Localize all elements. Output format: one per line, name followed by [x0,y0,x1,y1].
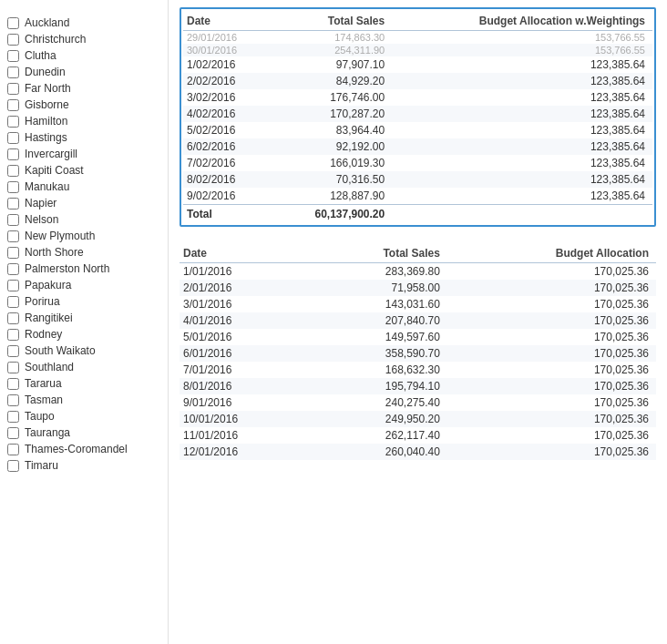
cell-budget: 123,385.64 [392,56,652,73]
cell-budget: 170,025.36 [447,411,656,427]
city-checkbox[interactable] [7,378,19,390]
city-checkbox[interactable] [7,34,19,46]
cell-budget: 123,385.64 [392,73,652,89]
city-checkbox[interactable] [7,296,19,308]
city-checkbox[interactable] [7,312,19,324]
city-label: Timaru [25,459,58,472]
bottom-col-sales: Total Sales [312,243,447,263]
city-item[interactable]: Kapiti Coast [7,162,160,179]
cell-date: 5/01/2016 [180,329,312,345]
city-checkbox[interactable] [7,263,19,275]
city-item[interactable]: Dunedin [7,64,160,80]
city-item[interactable]: Napier [7,195,160,211]
city-checkbox[interactable] [7,214,19,226]
city-checkbox[interactable] [7,345,19,357]
city-item[interactable]: Tararua [7,375,160,392]
city-checkbox[interactable] [7,230,19,242]
city-checkbox[interactable] [7,132,19,144]
city-checkbox[interactable] [7,362,19,373]
cell-sales: 262,117.40 [312,427,447,444]
cell-budget: 170,025.36 [447,362,656,378]
city-checkbox[interactable] [7,460,19,472]
cell-budget: 170,025.36 [447,345,656,362]
table-row: 12/01/2016 260,040.40 170,025.36 [180,444,656,460]
cell-sales: 176,746.00 [273,89,393,106]
left-panel: AucklandChristchurchCluthaDunedinFar Nor… [0,0,169,644]
cell-total-sales: 60,137,900.20 [273,205,393,224]
cell-total-label: Total [183,205,273,224]
city-item[interactable]: New Plymouth [7,228,160,244]
city-item[interactable]: Hamilton [7,113,160,129]
cell-sales: 149,597.60 [312,329,447,345]
cell-budget: 123,385.64 [392,188,652,205]
cell-sales: 97,907.10 [273,56,393,73]
table-row: 3/01/2016 143,031.60 170,025.36 [180,296,656,312]
cell-budget: 123,385.64 [392,89,652,106]
city-label: Thames-Coromandel [25,443,128,455]
city-label: Rangitikei [25,312,73,324]
cell-sales: 166,019.30 [273,155,393,171]
city-checkbox[interactable] [7,198,19,210]
cell-sales: 83,964.40 [273,122,393,138]
table-row: 6/01/2016 358,590.70 170,025.36 [180,345,656,362]
cell-date: 5/02/2016 [183,122,273,138]
city-label: Christchurch [25,33,86,46]
cell-date: 12/01/2016 [180,444,312,460]
city-item[interactable]: Papakura [7,277,160,293]
city-item[interactable]: Southland [7,359,160,375]
city-item[interactable]: North Shore [7,244,160,261]
city-checkbox[interactable] [7,427,19,439]
city-item[interactable]: Christchurch [7,31,160,47]
city-checkbox[interactable] [7,83,19,95]
cell-date: 2/01/2016 [180,280,312,296]
city-checkbox[interactable] [7,280,19,291]
city-label: Palmerston North [25,262,109,275]
city-item[interactable]: Palmerston North [7,261,160,277]
city-label: Auckland [25,16,69,29]
city-item[interactable]: Gisborne [7,97,160,113]
city-item[interactable]: Nelson [7,211,160,228]
cell-budget: 170,025.36 [447,312,656,329]
city-item[interactable]: Tauranga [7,424,160,441]
city-item[interactable]: Far North [7,80,160,97]
city-item[interactable]: Auckland [7,15,160,31]
city-label: Manukau [25,180,69,193]
city-item[interactable]: Rangitikei [7,310,160,326]
city-item[interactable]: Timaru [7,457,160,474]
city-checkbox[interactable] [7,394,19,406]
cell-sales: 195,794.10 [312,378,447,394]
city-checkbox[interactable] [7,247,19,259]
cell-budget: 170,025.36 [447,427,656,444]
city-checkbox[interactable] [7,165,19,177]
city-checkbox[interactable] [7,116,19,128]
city-label: Tasman [25,394,63,406]
city-checkbox[interactable] [7,148,19,160]
city-item[interactable]: Taupo [7,408,160,424]
city-checkbox[interactable] [7,181,19,193]
city-item[interactable]: Porirua [7,293,160,310]
city-item[interactable]: South Waikato [7,342,160,359]
cell-budget: 123,385.64 [392,155,652,171]
city-item[interactable]: Tasman [7,392,160,408]
city-item[interactable]: Rodney [7,326,160,342]
city-item[interactable]: Manukau [7,179,160,195]
city-checkbox[interactable] [7,329,19,341]
cell-sales: 70,316.50 [273,171,393,188]
city-checkbox[interactable] [7,17,19,29]
city-item[interactable]: Invercargill [7,146,160,162]
city-item[interactable]: Thames-Coromandel [7,441,160,457]
city-checkbox[interactable] [7,444,19,455]
table-row: 11/01/2016 262,117.40 170,025.36 [180,427,656,444]
city-checkbox[interactable] [7,411,19,423]
city-item[interactable]: Hastings [7,129,160,146]
city-checkbox[interactable] [7,50,19,62]
right-panel[interactable]: Date Total Sales Budget Allocation w.Wei… [169,0,667,644]
city-checkbox[interactable] [7,99,19,111]
table-row: 1/02/2016 97,907.10 123,385.64 [183,56,652,73]
city-checkbox[interactable] [7,66,19,78]
table-row: 6/02/2016 92,192.00 123,385.64 [183,138,652,155]
city-item[interactable]: Clutha [7,47,160,64]
cell-date: 4/01/2016 [180,312,312,329]
city-label: Clutha [25,49,56,62]
cell-date: 8/01/2016 [180,378,312,394]
